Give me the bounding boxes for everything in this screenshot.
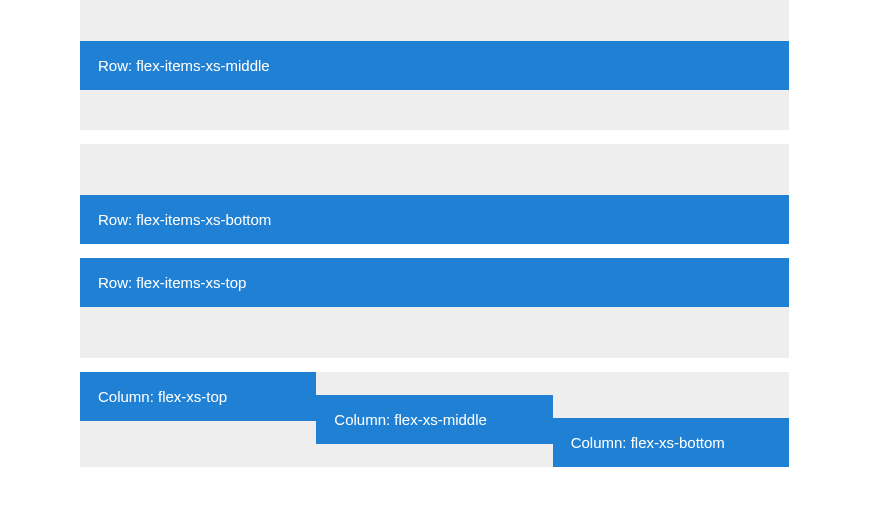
row-label: Row: flex-items-xs-bottom xyxy=(98,211,271,228)
column-label: Column: flex-xs-middle xyxy=(334,411,487,428)
column-example-container: Column: flex-xs-top Column: flex-xs-midd… xyxy=(80,372,789,467)
column-flex-top: Column: flex-xs-top xyxy=(80,372,316,421)
row-label: Row: flex-items-xs-middle xyxy=(98,57,270,74)
column-flex-middle: Column: flex-xs-middle xyxy=(316,395,552,444)
row-flex-top: Row: flex-items-xs-top xyxy=(80,258,789,307)
row-example-top-container: Row: flex-items-xs-top xyxy=(80,258,789,358)
row-flex-bottom: Row: flex-items-xs-bottom xyxy=(80,195,789,244)
column-label: Column: flex-xs-bottom xyxy=(571,434,725,451)
column-label: Column: flex-xs-top xyxy=(98,388,227,405)
row-example-middle-container: Row: flex-items-xs-middle xyxy=(80,0,789,130)
row-label: Row: flex-items-xs-top xyxy=(98,274,246,291)
row-flex-middle: Row: flex-items-xs-middle xyxy=(80,41,789,90)
column-flex-bottom: Column: flex-xs-bottom xyxy=(553,418,789,467)
row-example-bottom-container: Row: flex-items-xs-bottom xyxy=(80,144,789,244)
